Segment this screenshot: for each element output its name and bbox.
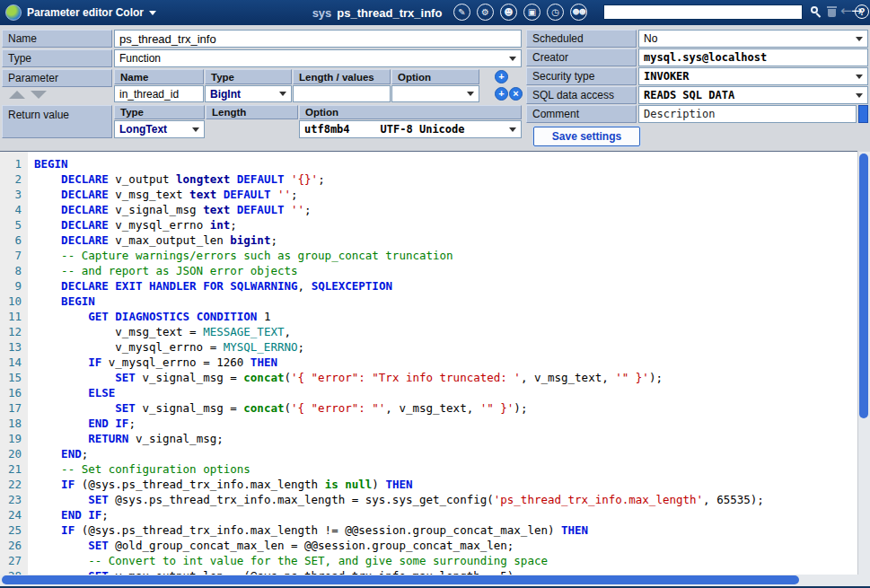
line-number: 23 (0, 492, 28, 507)
routine-name-input[interactable]: ps_thread_trx_info (114, 30, 522, 48)
code-text: IF (@sys.ps_thread_trx_info.max_length !… (28, 523, 588, 537)
sql-data-access-label: SQL data access (526, 86, 637, 104)
help-icon[interactable]: ? (855, 4, 869, 19)
line-number: 20 (0, 446, 28, 461)
code-line: 26 SET @old_group_concat_max_len = @@ses… (0, 538, 857, 553)
settings-icon[interactable]: ⚙ (477, 4, 494, 21)
code-line: 12 v_msg_text = MESSAGE_TEXT, (0, 324, 857, 339)
move-parameter-down-button[interactable] (31, 91, 47, 99)
code-text: SET @sys.ps_thread_trx_info.max_length =… (28, 493, 764, 506)
vertical-scrollbar[interactable] (857, 152, 870, 575)
return-type-value: LongText (119, 123, 167, 136)
creator-field[interactable]: mysql.sys@localhost (638, 48, 868, 66)
code-text: DECLARE v_signal_msg text DEFAULT ''; (28, 203, 312, 216)
line-number: 21 (0, 461, 28, 477)
code-line: 22 IF (@sys.ps_thread_trx_info.max_lengt… (0, 477, 857, 492)
creator-label: Creator (526, 48, 637, 66)
history-icon[interactable]: ◷ (547, 4, 564, 21)
code-line: 25 IF (@sys.ps_thread_trx_info.max_lengt… (0, 522, 857, 538)
line-number: 18 (0, 416, 28, 431)
creator-value: mysql.sys@localhost (644, 51, 767, 64)
back-icon[interactable]: ← (840, 3, 852, 19)
chevron-down-icon (149, 11, 156, 19)
param-header-name: Name (114, 69, 204, 84)
sql-data-access-select[interactable]: READS SQL DATA (638, 86, 868, 104)
line-number: 8 (0, 263, 28, 278)
code-text: GET DIAGNOSTICS CONDITION 1 (28, 310, 270, 323)
line-number: 10 (0, 294, 28, 309)
editor-mode-menu[interactable]: Parameter editor Color (27, 0, 156, 25)
line-number: 14 (0, 355, 28, 370)
line-number: 7 (0, 248, 28, 263)
code-line: 19 RETURN v_signal_msg; (0, 431, 857, 446)
vertical-scrollbar-thumb[interactable] (859, 154, 868, 418)
security-type-select[interactable]: INVOKER (638, 67, 868, 85)
horizontal-scrollbar-thumb[interactable] (2, 575, 799, 584)
add-parameter-button[interactable]: + (495, 70, 508, 83)
line-number: 11 (0, 309, 28, 324)
chevron-down-icon (509, 127, 516, 136)
code-line: 23 SET @sys.ps_thread_trx_info.max_lengt… (0, 492, 857, 507)
code-text: -- Set configuration options (28, 462, 250, 476)
edit-icon[interactable]: ✎ (453, 4, 470, 21)
param-type-select[interactable]: BigInt (205, 85, 292, 102)
param-length-cell[interactable] (293, 85, 391, 102)
chevron-down-icon (509, 57, 516, 65)
trash-lid (827, 6, 837, 8)
routine-type-select[interactable]: Function (114, 49, 522, 67)
code-text: DECLARE EXIT HANDLER FOR SQLWARNING, SQL… (28, 279, 392, 293)
remove-parameter-button[interactable]: × (509, 87, 523, 101)
parameter-label: Parameter (2, 69, 112, 87)
move-parameter-up-button[interactable] (9, 91, 25, 99)
comment-extra-button[interactable] (858, 105, 868, 123)
routine-editor-form: Name ps_thread_trx_info Type Function Pa… (0, 25, 870, 151)
param-header-option: Option (391, 69, 479, 84)
users-icon[interactable]: ☻☻ (570, 4, 587, 21)
name-label: Name (2, 30, 112, 48)
code-line: 15 SET v_signal_msg = concat('{ "error":… (0, 370, 857, 385)
code-line: 14 IF v_mysql_errno = 1260 THEN (0, 355, 857, 370)
code-line: 7 -- Capture warnings/errors such as gro… (0, 248, 857, 263)
return-charset-select[interactable]: utf8mb4 UTF-8 Unicode (299, 120, 522, 138)
chevron-down-icon (856, 75, 863, 83)
code-line: 13 v_mysql_errno = MYSQL_ERRNO; (0, 339, 857, 355)
param-option-select[interactable] (391, 85, 479, 102)
search-icon[interactable] (811, 6, 823, 19)
toolbar-icons: ✎ ⚙ ☻ ▣ ◷ ☻☻ (453, 4, 587, 21)
code-line: 18 END IF; (0, 416, 857, 431)
code-line: 2 DECLARE v_output longtext DEFAULT '{}'… (0, 171, 857, 187)
comment-input[interactable]: Description (638, 105, 857, 123)
type-label: Type (2, 49, 112, 67)
code-text: END IF; (28, 417, 136, 430)
return-header-option: Option (299, 105, 522, 119)
line-number: 22 (0, 477, 28, 492)
horizontal-scrollbar[interactable] (0, 575, 870, 586)
titlebar: Parameter editor Color sys ps_thread_trx… (0, 0, 870, 25)
scheduled-select[interactable]: No (638, 30, 868, 48)
search-input[interactable] (603, 4, 803, 20)
code-line: 8 -- and report as JSON error objects (0, 263, 857, 278)
line-number: 9 (0, 278, 28, 294)
line-number: 26 (0, 538, 28, 553)
code-line: 24 END IF; (0, 507, 857, 522)
return-type-select[interactable]: LongText (114, 120, 205, 138)
code-text: SET v_signal_msg = concat('{ "error": "'… (28, 401, 527, 415)
code-text: IF (@sys.ps_thread_trx_info.max_length i… (28, 478, 412, 491)
comment-label: Comment (526, 105, 637, 123)
code-line: 3 DECLARE v_msg_text text DEFAULT ''; (0, 187, 857, 202)
code-text: DECLARE v_msg_text text DEFAULT ''; (28, 188, 298, 201)
code-line: 20 END; (0, 446, 857, 461)
trash-icon[interactable] (827, 6, 837, 18)
title-schema: sys (312, 6, 332, 20)
app-logo-icon[interactable] (5, 4, 22, 21)
param-name-cell[interactable]: in_thread_id (114, 85, 204, 102)
param-type-value: BigInt (210, 88, 241, 101)
user-icon[interactable]: ☻ (500, 4, 517, 21)
code-line: 28 SET v_max_output_len = (@sys.ps_threa… (0, 568, 857, 575)
code-line: 10 BEGIN (0, 294, 857, 309)
sql-code-editor[interactable]: 1BEGIN2 DECLARE v_output longtext DEFAUL… (0, 151, 857, 575)
save-settings-button[interactable]: Save settings (533, 127, 640, 146)
save-icon[interactable]: ▣ (523, 4, 540, 21)
add-parameter-row-button[interactable]: + (495, 87, 508, 101)
scheduled-label: Scheduled (526, 30, 637, 48)
